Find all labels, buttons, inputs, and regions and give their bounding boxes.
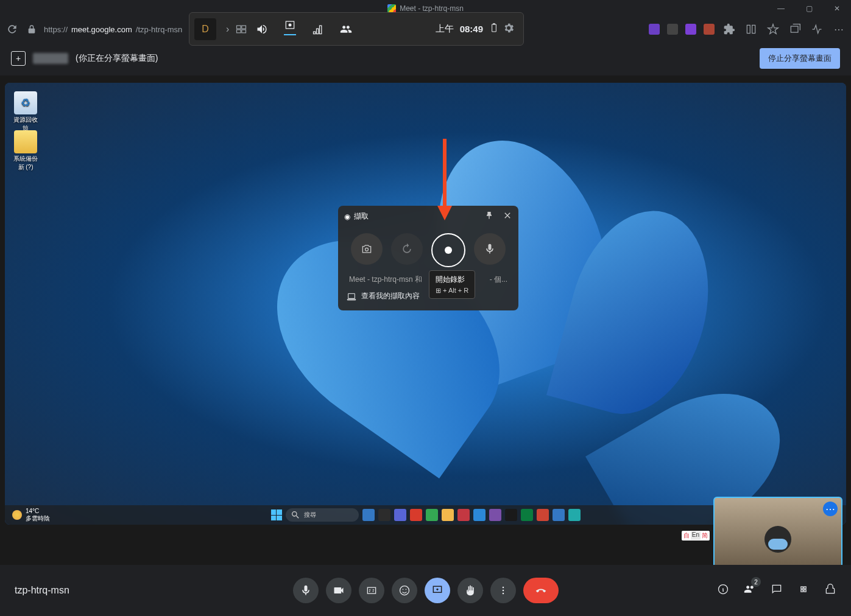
pip-more-button[interactable]: ⋯: [823, 502, 838, 516]
taskbar-app[interactable]: [505, 509, 517, 521]
mic-button[interactable]: [293, 578, 319, 603]
taskbar-app[interactable]: [537, 509, 549, 521]
gamebar-capture-icon[interactable]: [284, 23, 296, 35]
gamebar-widgets-icon[interactable]: [234, 22, 249, 37]
meeting-details-button[interactable]: [717, 583, 729, 598]
svg-point-2: [400, 586, 409, 595]
screenshot-button[interactable]: [351, 233, 383, 265]
view-captures-link[interactable]: 查看我的擷取內容: [338, 286, 518, 306]
hangup-button[interactable]: [523, 578, 559, 603]
taskbar-app[interactable]: [489, 509, 501, 521]
chat-button[interactable]: [771, 583, 783, 598]
taskbar-app[interactable]: [442, 509, 454, 521]
site-info-lock-icon[interactable]: [24, 22, 39, 37]
favorites-icon[interactable]: [766, 22, 780, 37]
desktop-folder-icon[interactable]: 系統備份新 (?): [11, 130, 40, 172]
taskbar-weather[interactable]: 14°C 多雲時陰: [12, 508, 50, 523]
svg-point-1: [365, 248, 369, 251]
capture-widget-header: ◉ 擷取: [338, 206, 518, 227]
weather-icon: [12, 510, 22, 520]
svg-point-4: [405, 589, 406, 590]
taskbar-app[interactable]: [457, 509, 470, 521]
extension-icon[interactable]: [704, 24, 715, 35]
self-mask: [768, 539, 788, 550]
gamebar-app-icon[interactable]: D: [194, 18, 216, 40]
self-view-pip[interactable]: ⋯: [713, 497, 842, 570]
taskbar-app[interactable]: [553, 509, 565, 521]
close-icon[interactable]: [503, 211, 512, 222]
search-placeholder: 搜尋: [304, 511, 316, 519]
taskbar-search[interactable]: 搜尋: [286, 508, 359, 522]
time-value: 08:49: [460, 24, 483, 34]
activities-button[interactable]: [797, 583, 810, 598]
close-button[interactable]: ✕: [823, 0, 851, 17]
extension-icon[interactable]: [685, 24, 696, 35]
url-path: /tzp-htrq-msn: [136, 25, 183, 34]
present-screen-icon[interactable]: +: [11, 51, 26, 66]
participants-count-badge: 2: [751, 577, 761, 587]
xbox-gamebar[interactable]: D › 上午 08:49: [189, 12, 524, 46]
gamebar-settings-icon[interactable]: [499, 22, 518, 37]
raise-hand-button[interactable]: [457, 578, 483, 603]
ime-indicator[interactable]: 自 En 简: [682, 531, 710, 541]
url-display[interactable]: https://meet.google.com/tzp-htrq-msn: [44, 25, 182, 34]
capture-widget-icon: ◉: [344, 212, 350, 221]
record-last-button[interactable]: [391, 233, 423, 265]
extension-icons: ⋯: [649, 22, 846, 37]
svg-point-7: [502, 593, 504, 595]
mic-toggle-button[interactable]: [474, 233, 506, 265]
gamebar-clock: 上午 08:49: [436, 23, 499, 35]
svg-point-3: [402, 589, 403, 590]
reading-list-icon[interactable]: [744, 22, 758, 37]
taskbar-app[interactable]: [426, 509, 438, 521]
capture-widget[interactable]: ◉ 擷取 Meet - tzp-htrq-msn 和 - 個... 查看我的擷取…: [338, 206, 518, 310]
more-menu-icon[interactable]: ⋯: [832, 22, 846, 37]
present-button[interactable]: [425, 578, 450, 603]
participants-button[interactable]: 2: [744, 583, 756, 598]
reactions-button[interactable]: [392, 578, 417, 603]
extensions-menu-icon[interactable]: [722, 22, 736, 37]
weather-desc: 多雲時陰: [26, 514, 50, 523]
taskbar-app[interactable]: [568, 509, 581, 521]
taskbar-app[interactable]: [394, 509, 406, 521]
start-recording-button[interactable]: [431, 233, 465, 267]
more-options-button[interactable]: [490, 578, 516, 603]
gamebar-battery-icon: [489, 23, 499, 35]
performance-icon[interactable]: [810, 22, 824, 37]
minimize-button[interactable]: —: [767, 0, 795, 17]
gamebar-audio-icon[interactable]: [256, 23, 268, 35]
taskbar-app[interactable]: [521, 509, 533, 521]
gamebar-chevron-icon[interactable]: ›: [221, 24, 234, 35]
capture-subtitle-left: Meet - tzp-htrq-msn 和: [349, 275, 422, 285]
host-controls-button[interactable]: [824, 583, 836, 598]
gamebar-performance-icon[interactable]: [312, 23, 324, 35]
captions-button[interactable]: [359, 578, 384, 603]
reload-button[interactable]: [5, 22, 19, 37]
capture-subtitle-right: - 個...: [490, 275, 507, 285]
tooltip-shortcut: ⊞ + Alt + R: [436, 287, 468, 295]
share-banner: + (你正在分享螢幕畫面) 停止分享螢幕畫面: [0, 41, 851, 75]
extension-icon[interactable]: [667, 24, 678, 35]
taskbar-app[interactable]: [362, 509, 375, 521]
maximize-button[interactable]: ▢: [795, 0, 823, 17]
extension-icon[interactable]: [649, 24, 660, 35]
meet-logo-icon: [387, 4, 396, 13]
taskbar-app[interactable]: [473, 509, 486, 521]
window-controls: — ▢ ✕: [767, 0, 851, 17]
url-host: meet.google.com: [71, 25, 132, 34]
meet-control-bar: tzp-htrq-msn 2: [0, 565, 851, 616]
start-button[interactable]: [271, 509, 282, 520]
meeting-code: tzp-htrq-msn: [15, 585, 69, 596]
pin-icon[interactable]: [484, 211, 494, 222]
recycle-bin-icon[interactable]: 資源回收筒: [11, 91, 40, 133]
svg-point-0: [289, 23, 292, 26]
taskbar-app[interactable]: [410, 509, 422, 521]
stop-sharing-button[interactable]: 停止分享螢幕畫面: [760, 48, 840, 69]
weather-temp: 14°C: [26, 508, 50, 514]
collections-icon[interactable]: [788, 22, 802, 37]
camera-button[interactable]: [326, 578, 351, 603]
tooltip-title: 開始錄影: [436, 275, 468, 285]
tab-title: Meet - tzp-htrq-msn: [400, 4, 464, 13]
taskbar-app[interactable]: [378, 509, 390, 521]
gamebar-xbox-social-icon[interactable]: [340, 23, 352, 35]
